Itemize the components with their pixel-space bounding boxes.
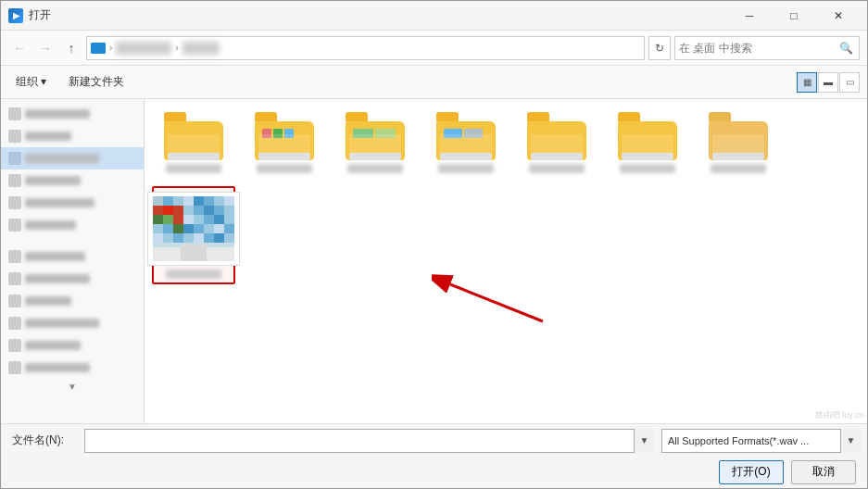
path-bar[interactable]: › › [86, 36, 645, 60]
svg-rect-20 [183, 215, 194, 224]
sidebar-item[interactable] [1, 268, 144, 290]
folder-label [711, 164, 766, 173]
view-large-icons-button[interactable]: ▦ [797, 72, 817, 93]
svg-rect-37 [194, 233, 204, 243]
sidebar-item-selected[interactable] [1, 147, 144, 169]
svg-rect-22 [204, 215, 214, 224]
watermark: 路由吧 luy.cn [815, 409, 863, 421]
filename-input[interactable] [84, 429, 654, 453]
svg-rect-10 [163, 206, 173, 215]
sidebar-item-label [25, 132, 71, 141]
svg-rect-32 [224, 224, 234, 233]
image-preview-icon [147, 192, 240, 266]
sidebar-item-label [25, 274, 90, 283]
file-item-folder-7[interactable] [697, 107, 780, 179]
filename-input-wrap: ▼ [84, 429, 654, 453]
back-button[interactable]: ← [8, 37, 31, 59]
minimize-button[interactable]: ─ [728, 1, 771, 31]
sidebar-item[interactable] [1, 334, 144, 357]
svg-rect-7 [214, 196, 224, 206]
folder-label [257, 164, 312, 173]
sidebar-item[interactable] [1, 357, 144, 379]
svg-rect-19 [173, 215, 183, 224]
bottom-bar: 文件名(N): ▼ All Supported Formats(*.wav ..… [1, 423, 867, 488]
maximize-button[interactable]: □ [773, 1, 815, 31]
file-item-folder-5[interactable] [515, 107, 598, 179]
folder-icon [164, 112, 223, 160]
folder-icon [255, 112, 314, 160]
forward-button[interactable]: → [34, 37, 57, 59]
svg-rect-34 [163, 233, 173, 243]
sidebar-item[interactable] [1, 245, 144, 268]
svg-rect-26 [163, 224, 173, 233]
svg-rect-14 [204, 206, 214, 215]
filename-row: 文件名(N): ▼ All Supported Formats(*.wav ..… [12, 429, 856, 453]
sidebar-folder-icon [8, 317, 21, 330]
filter-dropdown-button[interactable]: ▼ [840, 429, 861, 453]
filter-box[interactable]: All Supported Formats(*.wav ... ▼ [661, 429, 856, 453]
sidebar-item[interactable] [1, 290, 144, 312]
svg-rect-35 [173, 233, 183, 243]
path-separator-2: › [175, 43, 178, 53]
sidebar-folder-icon [8, 339, 21, 352]
cancel-button[interactable]: 取消 [791, 460, 856, 484]
folder-label [166, 164, 221, 173]
svg-rect-24 [224, 215, 234, 224]
title-bar: ▶ 打开 ─ □ ✕ [1, 1, 867, 31]
open-dialog: ▶ 打开 ─ □ ✕ ← → ↑ › › ↻ 🔍 组织 ▾ 新建文件夹 ▦ [0, 0, 868, 489]
organize-button[interactable]: 组织 ▾ [8, 70, 54, 94]
path-segment-2 [182, 42, 220, 55]
sidebar-folder-icon [8, 174, 21, 187]
svg-rect-6 [204, 196, 214, 206]
sidebar-item-label [25, 319, 99, 328]
svg-rect-40 [224, 233, 234, 243]
svg-rect-28 [183, 224, 194, 233]
window-controls: ─ □ ✕ [728, 1, 860, 31]
sidebar-item[interactable] [1, 192, 144, 214]
new-folder-button[interactable]: 新建文件夹 [61, 70, 132, 94]
path-segment-1 [116, 42, 171, 55]
sidebar-item-label [25, 154, 99, 163]
folder-label [620, 164, 675, 173]
sidebar: ▼ [1, 99, 145, 423]
filename-dropdown-button[interactable]: ▼ [634, 429, 654, 453]
sidebar-item[interactable] [1, 125, 144, 147]
sidebar-item[interactable] [1, 169, 144, 192]
view-details-button[interactable]: ▭ [839, 72, 860, 93]
view-medium-icons-button[interactable]: ▬ [818, 72, 838, 93]
file-item-folder-4[interactable] [424, 107, 508, 179]
file-grid [152, 107, 860, 284]
sidebar-folder-icon [8, 219, 21, 232]
refresh-button[interactable]: ↻ [648, 36, 671, 60]
file-item-folder-2[interactable] [243, 107, 326, 179]
address-bar: ← → ↑ › › ↻ 🔍 [1, 31, 867, 66]
file-item-image-selected[interactable] [152, 186, 235, 284]
dialog-title: 打开 [29, 7, 728, 23]
folder-icon [346, 112, 405, 160]
sidebar-scroll-down[interactable]: ▼ [1, 379, 144, 394]
sidebar-folder-icon [8, 107, 21, 120]
up-button[interactable]: ↑ [60, 37, 82, 59]
sidebar-item-label [25, 109, 90, 119]
close-button[interactable]: ✕ [817, 1, 860, 31]
sidebar-item[interactable] [1, 103, 144, 125]
open-button[interactable]: 打开(O) [719, 460, 784, 484]
file-item-folder-1[interactable] [152, 107, 235, 179]
svg-rect-23 [214, 215, 224, 224]
search-box[interactable]: 🔍 [674, 36, 860, 60]
folder-icon [709, 112, 768, 160]
file-item-folder-6[interactable] [606, 107, 689, 179]
file-item-folder-3[interactable] [333, 107, 417, 179]
folder-icon [436, 112, 496, 160]
svg-rect-12 [183, 206, 194, 215]
folder-label [529, 164, 585, 173]
sidebar-item[interactable] [1, 312, 144, 334]
search-icon[interactable]: 🔍 [837, 39, 855, 57]
path-drive-icon [91, 43, 106, 54]
sidebar-item-label [25, 363, 90, 372]
svg-rect-15 [214, 206, 224, 215]
sidebar-item[interactable] [1, 214, 144, 236]
action-row: 打开(O) 取消 [12, 460, 856, 484]
sidebar-folder-icon [8, 272, 21, 285]
search-input[interactable] [679, 42, 837, 55]
